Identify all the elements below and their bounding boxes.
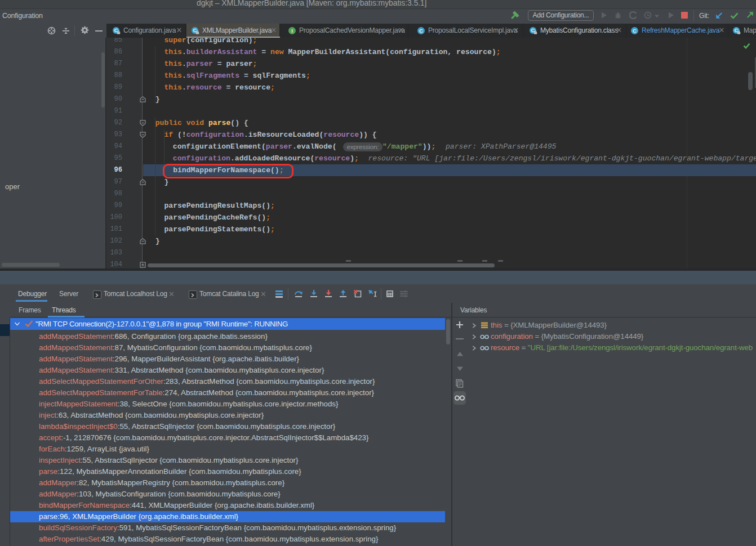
svg-text:C: C: [633, 28, 637, 34]
svg-text:I: I: [291, 28, 293, 34]
svg-text:C: C: [419, 28, 423, 34]
